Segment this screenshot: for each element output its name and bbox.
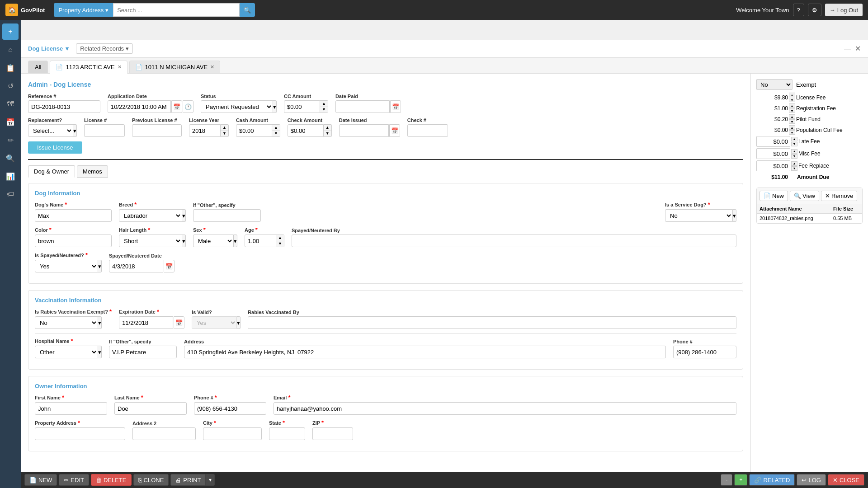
replacement-select[interactable]: Select...: [28, 124, 73, 137]
registration-fee-down[interactable]: ▼: [789, 108, 795, 113]
date-paid-input[interactable]: [335, 100, 390, 113]
rabies-by-input[interactable]: [248, 316, 736, 329]
settings-button[interactable]: ⚙: [808, 4, 821, 16]
pilot-fund-down[interactable]: ▼: [789, 119, 795, 124]
vax-address-input[interactable]: [184, 346, 666, 358]
sidebar-item-documents[interactable]: 📋: [2, 60, 19, 76]
search-button[interactable]: 🔍: [240, 3, 255, 17]
plus-button[interactable]: +: [734, 474, 747, 486]
search-input[interactable]: [113, 3, 240, 17]
print-dropdown-button[interactable]: ▾: [206, 474, 215, 486]
tab-all[interactable]: All: [28, 61, 48, 73]
reference-input[interactable]: [28, 100, 100, 113]
close-window-button[interactable]: ✕: [855, 44, 861, 53]
fee-replace-down[interactable]: ▼: [791, 166, 797, 171]
service-dog-select[interactable]: No: [665, 209, 733, 222]
state-input[interactable]: [269, 427, 305, 440]
misc-fee-input[interactable]: [756, 148, 790, 159]
tab-michigan[interactable]: 📄 1011 N MICHIGAN AVE ✕: [129, 61, 220, 73]
cash-up[interactable]: ▲: [272, 125, 280, 131]
close-button[interactable]: ✕ CLOSE: [828, 474, 864, 486]
check-down[interactable]: ▼: [324, 131, 331, 137]
attachment-row[interactable]: 2018074832_rabies.png 0.55 MB: [757, 214, 862, 223]
late-fee-input[interactable]: [756, 136, 790, 147]
cc-amount-up[interactable]: ▲: [320, 101, 328, 107]
spayed-by-input[interactable]: [292, 235, 736, 247]
owner-phone-input[interactable]: [194, 402, 266, 415]
log-button[interactable]: ↩ LOG: [797, 474, 826, 486]
service-dog-dropdown-btn[interactable]: ▾: [733, 209, 736, 222]
sidebar-item-plus[interactable]: +: [2, 23, 19, 40]
hospital-dropdown-btn[interactable]: ▾: [98, 346, 102, 358]
check-num-input[interactable]: [407, 124, 448, 137]
tab-arctic[interactable]: 📄 1123 ARCTIC AVE ✕: [50, 61, 127, 74]
cash-amount-input[interactable]: [236, 124, 272, 137]
license-year-input[interactable]: [189, 124, 221, 137]
status-dropdown-btn[interactable]: ▾: [273, 100, 277, 113]
delete-button[interactable]: 🗑 DELETE: [91, 474, 132, 486]
address2-input[interactable]: [132, 427, 196, 440]
attachment-remove-button[interactable]: ✕ Remove: [821, 191, 857, 201]
dog-name-input[interactable]: [35, 209, 112, 222]
print-button[interactable]: 🖨 PRINT: [170, 474, 206, 486]
fee-replace-input[interactable]: [756, 160, 790, 171]
spayed-date-input[interactable]: [109, 260, 163, 272]
hair-length-dropdown-btn[interactable]: ▾: [182, 235, 186, 247]
check-amount-input[interactable]: [288, 124, 324, 137]
license-fee-up[interactable]: ▲: [789, 93, 795, 97]
license-input[interactable]: [84, 124, 125, 137]
app-date-input[interactable]: [108, 100, 171, 113]
sidebar-item-history[interactable]: ↺: [2, 78, 19, 94]
tab-memos[interactable]: Memos: [77, 165, 108, 178]
zip-input[interactable]: [312, 427, 353, 440]
search-dropdown[interactable]: Property Address ▾: [54, 3, 113, 17]
help-button[interactable]: ?: [793, 4, 804, 16]
spayed-select[interactable]: Yes: [35, 260, 98, 272]
replacement-dropdown-btn[interactable]: ▾: [73, 124, 77, 137]
license-fee-down[interactable]: ▼: [789, 98, 795, 102]
attachment-new-button[interactable]: 📄 New: [760, 191, 788, 201]
email-input[interactable]: [274, 402, 736, 415]
sex-select[interactable]: Male: [193, 235, 234, 247]
sidebar-item-map[interactable]: 🗺: [2, 96, 19, 112]
related-records-button[interactable]: Related Records ▾: [76, 43, 133, 54]
spayed-date-calendar-button[interactable]: 📅: [164, 260, 175, 272]
breed-dropdown-btn[interactable]: ▾: [182, 209, 186, 222]
tab-dog-owner[interactable]: Dog & Owner: [28, 165, 75, 178]
population-ctrl-down[interactable]: ▼: [789, 130, 795, 135]
registration-fee-up[interactable]: ▲: [789, 103, 795, 108]
attachment-view-button[interactable]: 🔍 View: [790, 191, 819, 201]
app-date-time-button[interactable]: 🕐: [183, 100, 193, 113]
date-paid-calendar-button[interactable]: 📅: [390, 100, 401, 113]
year-up[interactable]: ▲: [221, 125, 228, 131]
sidebar-item-edit[interactable]: ✏: [2, 132, 19, 148]
clone-button[interactable]: ⎘ CLONE: [133, 474, 169, 486]
sidebar-item-search[interactable]: 🔍: [2, 150, 19, 166]
expiry-calendar-button[interactable]: 📅: [174, 316, 184, 329]
breed-select[interactable]: Labrador: [119, 209, 182, 222]
sidebar-item-tag[interactable]: 🏷: [2, 186, 19, 202]
logout-button[interactable]: → Log Out: [825, 4, 863, 16]
sex-dropdown-btn[interactable]: ▾: [234, 235, 237, 247]
misc-fee-down[interactable]: ▼: [791, 154, 797, 159]
population-ctrl-up[interactable]: ▲: [789, 125, 795, 130]
prev-license-input[interactable]: [132, 124, 182, 137]
misc-fee-up[interactable]: ▲: [791, 149, 797, 154]
date-issued-input[interactable]: [339, 124, 389, 137]
spayed-dropdown-btn[interactable]: ▾: [98, 260, 102, 272]
new-button[interactable]: 📄 NEW: [24, 474, 57, 486]
exempt-select[interactable]: No: [756, 79, 793, 90]
cc-amount-input[interactable]: [284, 100, 320, 113]
other-specify-vax-input[interactable]: [109, 346, 177, 358]
first-name-input[interactable]: [35, 402, 107, 415]
tab-arctic-close[interactable]: ✕: [118, 64, 122, 70]
age-down[interactable]: ▼: [276, 241, 284, 247]
sidebar-item-home[interactable]: ⌂: [2, 42, 19, 58]
expiry-input[interactable]: [119, 316, 173, 329]
other-specify-input[interactable]: [193, 209, 261, 222]
check-up[interactable]: ▲: [324, 125, 331, 131]
color-input[interactable]: [35, 235, 112, 247]
date-issued-calendar-button[interactable]: 📅: [389, 124, 400, 137]
fee-replace-up[interactable]: ▲: [791, 161, 797, 166]
age-input[interactable]: [245, 235, 276, 247]
